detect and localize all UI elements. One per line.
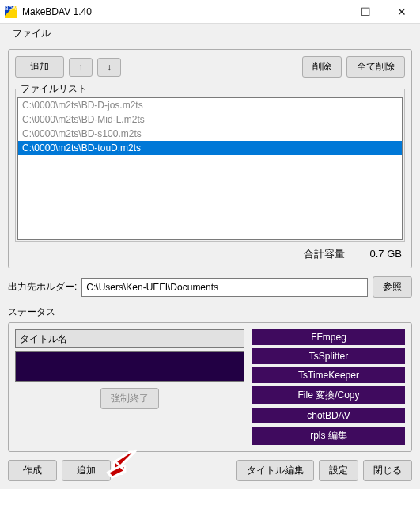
output-row: 出力先ホルダー: 参照 bbox=[8, 276, 412, 298]
movedown-button[interactable]: ↓ bbox=[97, 58, 121, 77]
window-title: MakeBDAV 1.40 bbox=[22, 6, 311, 17]
title-edit-button[interactable]: タイトル編集 bbox=[236, 460, 314, 481]
filelist-group: ファイルリスト C:\0000\m2ts\BD-D-jos.m2tsC:\000… bbox=[15, 82, 405, 242]
bottom-close-button[interactable]: 閉じる bbox=[363, 460, 412, 481]
status-panel: タイトル名 強制終了 FFmpegTsSplitterTsTimeKeeperF… bbox=[8, 322, 412, 452]
filelist-legend: ファイルリスト bbox=[17, 82, 90, 96]
browse-button[interactable]: 参照 bbox=[373, 276, 412, 298]
file-row[interactable]: C:\0000\m2ts\BD-D-jos.m2ts bbox=[18, 98, 402, 112]
maximize-button[interactable]: ☐ bbox=[347, 0, 384, 23]
app-icon: BDAV bbox=[5, 6, 17, 18]
output-label: 出力先ホルダー: bbox=[8, 280, 77, 294]
titlebar: BDAV MakeBDAV 1.40 — ☐ ✕ bbox=[0, 0, 420, 24]
file-toolbar: 追加 ↑ ↓ 削除 全て削除 bbox=[15, 56, 405, 78]
file-panel: 追加 ↑ ↓ 削除 全て削除 ファイルリスト C:\0000\m2ts\BD-D… bbox=[8, 49, 412, 268]
stage-column: FFmpegTsSplitterTsTimeKeeperFile 変換/Copy… bbox=[252, 329, 405, 445]
close-button[interactable]: ✕ bbox=[384, 0, 420, 23]
moveup-button[interactable]: ↑ bbox=[69, 58, 93, 77]
abort-button[interactable]: 強制終了 bbox=[100, 388, 159, 409]
menu-file[interactable]: ファイル bbox=[8, 25, 55, 43]
file-row[interactable]: C:\0000\m2ts\BD-Mid-L.m2ts bbox=[18, 112, 402, 127]
bottom-bar: 作成 追加 タイトル編集 設定 閉じる bbox=[8, 460, 412, 481]
progress-display bbox=[15, 351, 244, 382]
minimize-button[interactable]: — bbox=[311, 0, 347, 23]
capacity-value: 0.7 GB bbox=[370, 248, 402, 260]
stage-indicator: File 変換/Copy bbox=[252, 386, 405, 404]
bottom-add-button[interactable]: 追加 bbox=[62, 460, 111, 481]
status-label: ステータス bbox=[8, 306, 412, 319]
client-area: 追加 ↑ ↓ 削除 全て削除 ファイルリスト C:\0000\m2ts\BD-D… bbox=[0, 43, 420, 489]
stage-indicator: FFmpeg bbox=[252, 329, 405, 345]
delete-all-button[interactable]: 全て削除 bbox=[346, 56, 405, 78]
capacity-row: 合計容量 0.7 GB bbox=[15, 242, 405, 261]
window-controls: — ☐ ✕ bbox=[311, 0, 420, 23]
stage-indicator: TsTimeKeeper bbox=[252, 367, 405, 383]
delete-button[interactable]: 削除 bbox=[302, 56, 342, 78]
file-row[interactable]: C:\0000\m2ts\BD-s100.m2ts bbox=[18, 127, 402, 141]
status-left: タイトル名 強制終了 bbox=[15, 329, 244, 445]
capacity-label: 合計容量 bbox=[304, 248, 345, 260]
output-path-input[interactable] bbox=[81, 278, 368, 297]
stage-indicator: chotBDAV bbox=[252, 408, 405, 423]
file-row[interactable]: C:\0000\m2ts\BD-touD.m2ts bbox=[18, 141, 402, 155]
add-button[interactable]: 追加 bbox=[15, 56, 64, 78]
menubar: ファイル bbox=[0, 24, 420, 43]
file-listbox[interactable]: C:\0000\m2ts\BD-D-jos.m2tsC:\0000\m2ts\B… bbox=[17, 97, 403, 240]
title-name-field: タイトル名 bbox=[15, 329, 244, 348]
create-button[interactable]: 作成 bbox=[8, 460, 57, 481]
stage-indicator: TsSplitter bbox=[252, 348, 405, 364]
stage-indicator: rpls 編集 bbox=[252, 427, 405, 445]
settings-button[interactable]: 設定 bbox=[319, 460, 358, 481]
